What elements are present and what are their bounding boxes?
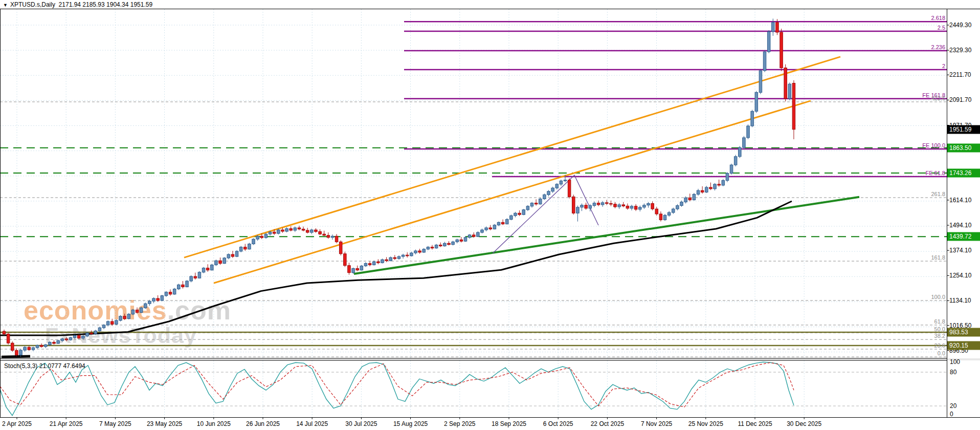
- price-axis-tick: 2329.30: [949, 47, 971, 54]
- grid: [0, 9, 947, 417]
- fib-retracement-label: 23.6: [934, 342, 945, 349]
- chart-canvas[interactable]: [0, 0, 980, 430]
- price-axis-tick: 2211.70: [949, 71, 971, 78]
- time-axis-label: 2 Sep 2025: [444, 420, 475, 427]
- price-axis-box-green: 1439.72: [947, 232, 980, 241]
- time-axis-label: 21 Apr 2025: [50, 420, 83, 427]
- fib-extension-label: 2.5: [938, 25, 945, 31]
- time-axis-label: 25 Nov 2025: [688, 420, 723, 427]
- fib-retracement-label: 38.2: [934, 333, 945, 339]
- fib-extension-label: 2.618: [931, 15, 945, 21]
- time-axis-label: 14 Jul 2025: [296, 420, 328, 427]
- fib-retracement-label: 423.6: [931, 95, 945, 101]
- fib-retracement-label: 161.8: [931, 254, 945, 261]
- fib-retracement-label: 261.8: [931, 191, 945, 197]
- stoch-axis-tick: 0: [950, 411, 953, 418]
- time-axis-label: 7 May 2025: [99, 420, 131, 427]
- time-axis-label: 11 Dec 2025: [738, 420, 772, 427]
- zigzag-purple[interactable]: [493, 175, 598, 253]
- chart-header: ▼XPTUSD.s,Daily 2171.94 2185.93 1904.34 …: [3, 1, 152, 8]
- time-axis-label: 22 Oct 2025: [591, 420, 624, 427]
- stoch-axis-tick: 100: [950, 358, 960, 365]
- stochastic-k-line: [0, 362, 794, 416]
- stoch-axis-tick: 20: [950, 402, 956, 410]
- symbol-dropdown-icon[interactable]: ▼: [3, 3, 8, 8]
- stoch-axis-tick: 80: [950, 369, 956, 376]
- trading-chart-window: { "header": {"dropdown_icon":"▼","symbol…: [0, 0, 980, 430]
- price-axis-tick: 1134.10: [949, 297, 971, 304]
- fib-retracement-lines[interactable]: [0, 102, 947, 357]
- black-line-segment[interactable]: [2, 356, 30, 357]
- fib-retracement-label: 0.0: [938, 350, 945, 356]
- stochastic-d-line: [0, 362, 794, 407]
- price-axis-box-green: 1863.50: [947, 143, 980, 152]
- fib-retracement-label: 61.8: [934, 318, 945, 325]
- price-axis-box-current: 1951.59: [947, 125, 980, 134]
- time-axis-label: 7 Nov 2025: [641, 420, 672, 427]
- time-axis-label: 15 Aug 2025: [393, 420, 428, 427]
- fib-extension-label: 2: [942, 63, 945, 69]
- stochastic-label: Stoch(5,3,3) 21.0777 47.6494: [4, 362, 85, 370]
- panel-borders: [0, 9, 980, 420]
- ohlc-readout: 2171.94 2185.93 1904.34 1951.59: [59, 1, 153, 8]
- price-axis-tick: 1494.10: [949, 222, 971, 229]
- price-axis-tick: 2449.30: [949, 22, 971, 29]
- fib-extension-label: FE 61.8: [925, 170, 945, 176]
- support-lines[interactable]: [0, 148, 947, 346]
- time-axis-label: 30 Dec 2025: [787, 420, 821, 427]
- fib-extension-lines[interactable]: [404, 22, 947, 177]
- time-axis-label: 2 Apr 2025: [2, 420, 32, 427]
- time-axis-label: 23 May 2025: [147, 420, 182, 427]
- price-axis-box-green: 1743.26: [947, 169, 980, 178]
- fib-extension-label: 2.236: [931, 44, 945, 50]
- price-axis-box-olive: 983.53: [947, 328, 980, 337]
- price-axis-tick: 1254.10: [949, 272, 971, 279]
- time-axis-label: 18 Sep 2025: [492, 420, 526, 427]
- time-axis-label: 26 Jun 2025: [246, 420, 280, 427]
- fib-extension-label: FE 100.0: [922, 142, 945, 148]
- price-axis-tick: 2091.70: [949, 96, 971, 103]
- price-axis-tick: 1614.10: [949, 197, 971, 204]
- fib-retracement-label: 50.0: [934, 326, 945, 332]
- time-axis-label: 6 Oct 2025: [543, 420, 573, 427]
- symbol-label[interactable]: XPTUSD.s,Daily: [10, 1, 55, 8]
- trendline-green[interactable]: [354, 197, 859, 274]
- time-axis-label: 10 Jun 2025: [197, 420, 231, 427]
- price-axis-tick: 1374.10: [949, 247, 971, 254]
- price-axis-box-olive: 920.15: [947, 341, 980, 350]
- time-axis-label: 30 Jul 2025: [345, 420, 377, 427]
- fib-retracement-label: 100.0: [931, 294, 945, 300]
